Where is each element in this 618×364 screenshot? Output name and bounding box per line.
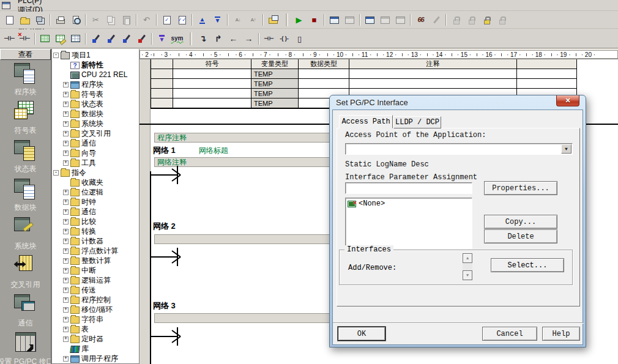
tree-item[interactable]: +调用子程序 [52, 354, 139, 363]
tab-lldp-dcp[interactable]: LLDP / DCP [393, 116, 441, 128]
tree-expander-icon[interactable]: - [53, 53, 59, 58]
pen-tool-wave-icon-button[interactable] [103, 32, 119, 46]
line-down-icon-button[interactable]: ↴ [195, 32, 210, 46]
var-type-cell[interactable]: TEMP [251, 79, 299, 89]
insert-network-icon-button[interactable]: ⊣⊢ [2, 32, 17, 46]
compile-all-icon-button[interactable]: ✓✓ [174, 13, 190, 27]
sym-addressing-icon-button[interactable]: sym [169, 32, 185, 46]
select-button[interactable]: Select... [491, 258, 564, 272]
interface-listbox[interactable]: <None> [345, 198, 472, 249]
tree-expander-icon[interactable]: + [63, 121, 69, 127]
tree-item[interactable]: ?新特性 [52, 60, 139, 70]
help-button[interactable]: Help [542, 327, 580, 341]
tree-expander-icon[interactable]: + [63, 258, 69, 264]
print-icon-button[interactable] [53, 13, 68, 27]
tree-item[interactable]: 收藏夹 [52, 177, 139, 187]
print-preview-icon-button[interactable] [68, 13, 83, 27]
access-point-combobox[interactable]: ▼ [345, 143, 573, 155]
insert-box-icon-button[interactable]: ▯ [292, 32, 307, 46]
tree-item[interactable]: +系统块 [52, 119, 139, 128]
write-pen-icon-button[interactable] [428, 13, 444, 27]
sidebar-item-status-table[interactable]: 状态表 [0, 137, 51, 176]
stop-icon-button[interactable]: ■ [307, 13, 322, 27]
symbol-info-table-icon-button[interactable] [37, 32, 53, 46]
tree-item[interactable]: +数据块 [52, 109, 139, 119]
tree-expander-icon[interactable]: + [63, 307, 69, 313]
symbol-cell[interactable] [173, 89, 251, 98]
paste-icon-button[interactable] [119, 13, 134, 27]
tree-expander-icon[interactable]: + [63, 160, 69, 166]
tree-expander-icon[interactable]: + [63, 199, 69, 205]
sidebar-item-cross-ref[interactable]: 交叉引用 [0, 253, 51, 291]
network-1-title[interactable]: 网络标题 [199, 146, 228, 156]
tree-item[interactable]: +通信 [52, 207, 139, 217]
tree-expander-icon[interactable]: + [63, 190, 69, 195]
delete-network-icon-button[interactable]: ⊣⊢ [17, 32, 32, 46]
download-icon-button[interactable]: ▼ [210, 13, 225, 27]
tree-expander-icon[interactable]: + [63, 336, 69, 342]
var-type-cell[interactable]: TEMP [251, 69, 299, 79]
tree-item[interactable]: +转换 [52, 226, 139, 236]
tree-expander-icon[interactable]: + [63, 209, 69, 215]
undo-icon-button[interactable]: ↶ [139, 13, 154, 27]
tree-item[interactable]: +符号表 [52, 89, 139, 99]
unforce-lock-icon-button[interactable] [464, 13, 479, 27]
tree-item[interactable]: +通信 [52, 138, 139, 148]
tree-expander-icon[interactable]: + [63, 150, 69, 156]
tree-item[interactable]: 库 [52, 344, 139, 354]
tree-item[interactable]: +传送 [52, 285, 139, 295]
list-item-none[interactable]: <None> [348, 199, 470, 208]
tree-item[interactable]: -指令 [52, 168, 139, 177]
tree-expander-icon[interactable]: + [63, 356, 69, 362]
program-status-pause-icon-button[interactable] [342, 13, 357, 27]
tree-expander-icon[interactable]: + [63, 131, 69, 136]
data-type-cell[interactable] [299, 79, 349, 89]
chart-edit-icon-button[interactable] [393, 13, 408, 27]
toolbar-grip[interactable] [286, 13, 288, 26]
tree-expander-icon[interactable]: + [63, 92, 69, 97]
copy-icon-button[interactable] [103, 13, 119, 27]
row-header[interactable] [151, 69, 173, 79]
tree-expander-icon[interactable]: + [63, 141, 69, 146]
tree-item[interactable]: +向导 [52, 148, 139, 158]
open-file-icon-button[interactable] [17, 13, 32, 27]
filter-symbols-icon-button[interactable]: ▼ [154, 32, 169, 46]
program-status-icon-button[interactable] [327, 13, 342, 27]
comment-cell[interactable] [349, 69, 517, 79]
line-right-icon-button[interactable]: → [241, 32, 256, 46]
properties-button[interactable]: Properties... [484, 181, 557, 195]
project-tree[interactable]: -项目1?新特性CPU 221 REL+程序块+符号表+状态表+数据块+系统块+… [51, 49, 140, 364]
table-edit-icon-button[interactable] [53, 32, 68, 46]
chart-pause-icon-button[interactable] [378, 13, 393, 27]
cancel-button[interactable]: Cancel [482, 327, 537, 341]
compile-icon-button[interactable]: ✓ [159, 13, 174, 27]
pen-tool-arrow-icon-button[interactable] [119, 32, 134, 46]
tree-item[interactable]: +定时器 [52, 334, 139, 344]
insert-coil-icon-button[interactable]: -( )- [277, 32, 292, 46]
tree-expander-icon[interactable]: + [63, 288, 69, 293]
sidebar-item-symbol-table[interactable]: 符号表 [0, 98, 51, 137]
run-icon-button[interactable]: ▶ [291, 13, 307, 27]
sidebar-item-data-block[interactable]: 数据块 [0, 176, 51, 214]
tree-expander-icon[interactable]: + [63, 102, 69, 107]
tree-item[interactable]: +浮点数计算 [52, 246, 139, 256]
monitor-glasses-icon-button[interactable]: 66 [413, 13, 428, 27]
tree-item[interactable]: +比较 [52, 217, 139, 226]
sidebar-item-communication[interactable]: 通信 [0, 291, 51, 330]
symbol-cell[interactable] [173, 98, 251, 108]
sidebar-item-system-block[interactable]: 系统块 [0, 214, 51, 253]
tree-expander-icon[interactable]: + [63, 219, 69, 225]
tree-item[interactable]: +程序控制 [52, 295, 139, 305]
pen-tool-icon-button[interactable] [88, 32, 103, 46]
tree-item[interactable]: CPU 221 REL [52, 70, 139, 80]
tree-item[interactable]: +移位/循环 [52, 305, 139, 314]
tree-item[interactable]: +计数器 [52, 236, 139, 246]
trend-chart-icon-button[interactable] [362, 13, 378, 27]
tree-item[interactable]: +整数计算 [52, 256, 139, 266]
tree-item[interactable]: -项目1 [52, 50, 139, 60]
tab-access-path[interactable]: Access Path [339, 115, 393, 128]
row-header[interactable] [151, 98, 173, 108]
tree-item[interactable]: +表 [52, 324, 139, 334]
insert-contact-icon-button[interactable]: ⊣⊢ [261, 32, 277, 46]
sidebar-item-program-block[interactable]: 程序块 [0, 60, 51, 98]
